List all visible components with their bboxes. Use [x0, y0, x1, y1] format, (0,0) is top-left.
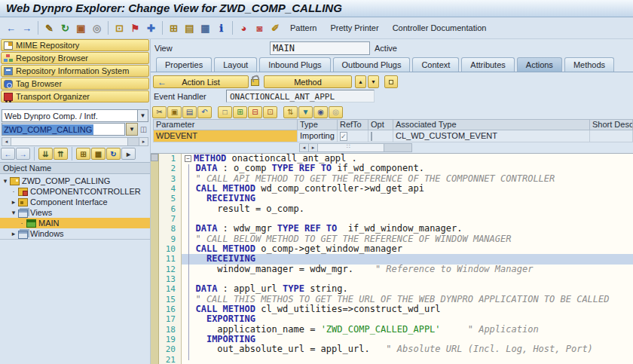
table-horizontal-scrollbar[interactable]: ◂ ▸: [299, 143, 412, 152]
tab[interactable]: Layout: [214, 57, 257, 72]
repository-browser-button[interactable]: Repository Browser: [1, 52, 149, 64]
tree-item[interactable]: ▾ Views: [0, 207, 150, 218]
cell-type[interactable]: Importing: [298, 130, 338, 142]
tab[interactable]: Methods: [564, 57, 614, 72]
stack-icon[interactable]: ▤: [182, 20, 197, 36]
refto-checkbox[interactable]: ✓: [340, 132, 347, 141]
cell-short-description[interactable]: [590, 130, 633, 142]
tree-expander-icon[interactable]: ▸: [10, 198, 17, 206]
tree-item[interactable]: ▸ Windows: [0, 228, 150, 239]
save-icon[interactable]: ▤: [182, 106, 197, 118]
tab[interactable]: Properties: [156, 57, 212, 72]
display-change-icon[interactable]: ✎: [41, 20, 57, 36]
code-line[interactable]: " CALL API METHOD TO GET THE REFERENCE O…: [182, 174, 633, 184]
browser-type-dropdown[interactable]: Web Dynpro Comp. / Intf. ▼: [2, 109, 148, 122]
tree-item[interactable]: · COMPONENTCONTROLLER: [0, 186, 150, 197]
scroll-right-icon[interactable]: ▸: [139, 138, 148, 145]
code-line[interactable]: [182, 214, 633, 224]
code-line[interactable]: RECEIVING: [182, 194, 633, 203]
code-line[interactable]: " CALL BELOW METHOD TO GET THE REFERENCE…: [182, 234, 633, 244]
code-line[interactable]: IMPORTING: [182, 335, 633, 344]
pattern-button[interactable]: Pattern: [283, 23, 323, 32]
tree-expander-icon[interactable]: ▾: [2, 177, 9, 185]
transport-organizer-button[interactable]: Transport Organizer: [1, 90, 149, 102]
code-line[interactable]: [182, 274, 633, 284]
navigate-icon[interactable]: ✚: [143, 20, 159, 36]
code-line[interactable]: DATA : appl_url TYPE string.: [182, 284, 633, 294]
hierarchy-insert-icon[interactable]: ⊞: [76, 148, 90, 160]
search-icon[interactable]: ✐: [268, 20, 283, 36]
code-line[interactable]: application_name = 'ZWD_COMP_CALLED_APPL…: [182, 325, 633, 335]
cut-icon[interactable]: ✂: [152, 106, 167, 118]
spiral-icon[interactable]: ◎: [89, 20, 105, 36]
pin-icon[interactable]: ⚑: [127, 20, 143, 36]
method-button[interactable]: Method: [264, 75, 352, 88]
undo-icon[interactable]: ↶: [197, 106, 212, 118]
code-area[interactable]: −METHOD onactioncall_ant_appl . DATA : o…: [182, 154, 633, 364]
sidebar-horizontal-scrollbar[interactable]: ◂ ▸: [2, 137, 148, 146]
tab[interactable]: Inbound Plugs: [259, 57, 330, 72]
insert-row-icon[interactable]: ⊞: [233, 106, 247, 118]
tree-expander-icon[interactable]: ·: [18, 219, 26, 227]
code-line[interactable]: DATA : wdw_mgr TYPE REF TO if_wd_window_…: [182, 224, 633, 234]
splitter-grip[interactable]: [151, 154, 158, 161]
new-row-icon[interactable]: □: [218, 106, 232, 118]
refresh-tree-icon[interactable]: ↻: [106, 148, 121, 160]
tree-expander-icon[interactable]: ▾: [10, 209, 17, 216]
session-icon[interactable]: ◙: [252, 20, 268, 36]
tree-back-icon[interactable]: ←: [1, 148, 15, 160]
previous-method-button[interactable]: ▲: [355, 75, 366, 88]
code-line[interactable]: EXPORTING: [182, 314, 633, 324]
column-opt[interactable]: Opt: [368, 119, 393, 130]
more-icon[interactable]: ▸: [121, 148, 136, 160]
code-line[interactable]: RECEIVING: [182, 254, 633, 264]
grid-view-icon[interactable]: ▦: [91, 148, 106, 160]
performance-icon[interactable]: ◕: [236, 20, 252, 36]
column-type[interactable]: Type: [298, 119, 338, 130]
code-line[interactable]: out_absolute_url = appl_url. " Absolute …: [182, 344, 633, 354]
action-list-button[interactable]: ← Action List: [153, 75, 249, 88]
scroll-left-icon[interactable]: ◂: [2, 138, 11, 145]
back-icon[interactable]: ←: [3, 20, 19, 36]
tag-browser-button[interactable]: Tag Browser: [1, 78, 149, 90]
code-line[interactable]: DATA : o_comp TYPE REF TO if_wd_componen…: [182, 164, 633, 173]
code-line[interactable]: CALL METHOD o_comp->get_window_manager: [182, 244, 633, 254]
table-scroll-right-icon[interactable]: ▸: [309, 144, 318, 151]
mime-repository-button[interactable]: MIME Repository: [1, 39, 149, 51]
code-line[interactable]: CALL METHOD cl_wd_utilities=>construct_w…: [182, 304, 633, 314]
tree-expander-icon[interactable]: ▸: [10, 230, 17, 237]
display-object-icon[interactable]: ◫: [139, 124, 148, 134]
sort-icon[interactable]: ⇅: [283, 106, 298, 118]
filter-icon[interactable]: ▼: [298, 106, 313, 118]
tree-forward-icon[interactable]: →: [16, 148, 30, 160]
expand-all-icon[interactable]: ⇊: [38, 148, 53, 160]
view-name-input[interactable]: MAIN: [270, 41, 370, 55]
controller-documentation-button[interactable]: Controller Documentation: [386, 23, 494, 32]
cell-associated-type[interactable]: CL_WD_CUSTOM_EVENT: [393, 130, 590, 142]
table-scroll-left-icon[interactable]: ◂: [300, 144, 309, 151]
code-line[interactable]: [182, 355, 633, 364]
copy-icon[interactable]: ▣: [73, 20, 89, 36]
object-dropdown-icon[interactable]: ▼: [126, 123, 138, 136]
tree-item[interactable]: ▾ ZWD_COMP_CALLING: [0, 176, 150, 186]
lock-icon[interactable]: ⊡: [112, 20, 127, 36]
collapse-all-icon[interactable]: ⇈: [54, 148, 68, 160]
refresh-icon[interactable]: ↻: [57, 20, 73, 36]
tree-item[interactable]: · MAIN: [0, 218, 150, 228]
tab[interactable]: Context: [412, 57, 459, 72]
object-name-input[interactable]: ZWD_COMP_CALLING: [2, 123, 125, 136]
opt-checkbox[interactable]: [371, 132, 372, 141]
table-view-icon[interactable]: ▦: [197, 20, 213, 36]
find-next-icon[interactable]: ◎: [329, 106, 343, 118]
column-parameter[interactable]: Parameter: [153, 119, 298, 130]
table-scrollbar-thumb[interactable]: [318, 144, 384, 151]
copy-row-icon[interactable]: ⊡: [263, 106, 277, 118]
info-icon[interactable]: ℹ: [213, 20, 229, 36]
column-associated-type[interactable]: Associated Type: [393, 119, 590, 130]
code-line[interactable]: CALL METHOD wd_comp_controller->wd_get_a…: [182, 184, 633, 194]
scrollbar-thumb[interactable]: [11, 138, 128, 145]
code-line[interactable]: −METHOD onactioncall_ant_appl .: [182, 154, 633, 164]
fold-collapse-icon[interactable]: −: [185, 155, 191, 162]
tree-expander-icon[interactable]: ·: [10, 188, 17, 195]
column-refto[interactable]: RefTo: [338, 119, 368, 130]
